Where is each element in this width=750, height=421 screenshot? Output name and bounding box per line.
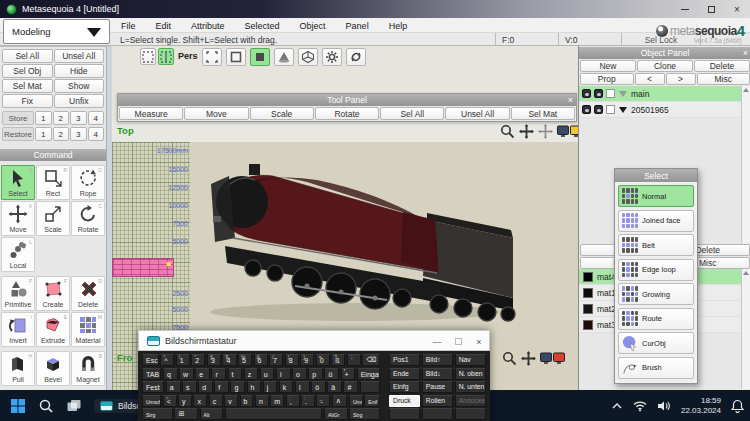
close-icon[interactable]: × xyxy=(743,47,748,59)
key-k[interactable]: k xyxy=(279,381,294,393)
key-c[interactable]: c xyxy=(209,395,223,407)
key-blank[interactable]: '# xyxy=(343,381,358,393)
render-eye-icon[interactable] xyxy=(594,105,603,114)
key-blank[interactable] xyxy=(422,408,453,420)
key-bild[interactable]: Bild↑ xyxy=(422,354,453,366)
key-p[interactable]: p xyxy=(308,368,323,380)
key-druck[interactable]: Druck xyxy=(389,395,420,407)
command-pull-button[interactable]: HPull xyxy=(1,351,35,386)
object-prop-button[interactable]: Prop xyxy=(580,73,634,85)
object-delete-button[interactable]: Delete xyxy=(694,60,750,72)
show-button[interactable]: Show xyxy=(54,79,105,93)
key-n-oben[interactable]: N. oben xyxy=(455,368,486,380)
menu-item-file[interactable]: File xyxy=(119,21,138,31)
key-blank[interactable]: *+ xyxy=(341,368,356,380)
key-blank[interactable]: ö xyxy=(311,381,326,393)
tool-panel-header[interactable]: Tool Panel × xyxy=(118,94,576,106)
maximize-button[interactable] xyxy=(698,0,724,18)
unsel-all-button[interactable]: Unsel All xyxy=(54,49,105,63)
pan-icon[interactable] xyxy=(521,351,536,366)
view-toggle-2-button[interactable] xyxy=(158,48,174,65)
sel-mat-button[interactable]: Sel Mat xyxy=(2,79,53,93)
key-f[interactable]: f xyxy=(214,381,229,393)
search-icon[interactable] xyxy=(38,398,54,414)
key-4[interactable]: $4 xyxy=(222,354,236,366)
key-i[interactable]: i xyxy=(276,368,291,380)
command-magnet-button[interactable]: BMagnet xyxy=(71,351,105,386)
key-7[interactable]: /7 xyxy=(269,354,283,366)
key-u[interactable]: u xyxy=(260,368,275,380)
rotate-view-icon[interactable] xyxy=(538,124,553,139)
key-pos1[interactable]: Pos1 xyxy=(389,354,420,366)
object-prev-button[interactable]: < xyxy=(635,73,665,85)
command-scale-button[interactable]: Scale xyxy=(36,201,70,236)
windows-start-icon[interactable] xyxy=(10,398,26,414)
face-view-button[interactable] xyxy=(250,48,270,66)
key-blank[interactable]: ü xyxy=(324,368,339,380)
view-toggle-1-button[interactable] xyxy=(140,48,156,65)
zoom-icon[interactable] xyxy=(502,351,517,366)
key-blank[interactable]: _- xyxy=(316,395,330,407)
key-8[interactable]: (8 xyxy=(285,354,299,366)
object-checkbox[interactable] xyxy=(606,89,615,98)
render-eye-icon[interactable] xyxy=(594,89,603,98)
key-blank[interactable] xyxy=(225,408,323,420)
key-einfg[interactable]: Einfg xyxy=(389,381,420,393)
restore-slot-2[interactable]: 2 xyxy=(53,127,70,141)
key-blank[interactable]: `´ xyxy=(347,354,361,366)
osk-minimize-button[interactable]: — xyxy=(431,337,443,347)
key-blank[interactable]: ?ß xyxy=(331,354,345,366)
store-slot-4[interactable]: 4 xyxy=(88,111,105,125)
expand-triangle-icon[interactable] xyxy=(619,91,627,97)
select-mode-route[interactable]: Route xyxy=(618,308,694,330)
object-new-button[interactable]: New xyxy=(580,60,636,72)
store-slot-2[interactable]: 2 xyxy=(53,111,70,125)
tool-unsel-all-button[interactable]: Unsel All xyxy=(445,107,509,120)
key-ende[interactable]: Ende xyxy=(389,368,420,380)
tool-move-button[interactable]: Move xyxy=(184,107,248,120)
key-bild[interactable]: Bild↓ xyxy=(422,368,453,380)
minimize-button[interactable] xyxy=(672,0,698,18)
dual-monitor-yellow-icon[interactable] xyxy=(557,125,578,139)
expand-triangle-icon[interactable] xyxy=(619,107,627,113)
key-5[interactable]: %5 xyxy=(238,354,252,366)
menu-item-selected[interactable]: Selected xyxy=(243,21,282,31)
key-b[interactable]: b xyxy=(240,395,254,407)
command-create-button[interactable]: FCreate xyxy=(36,276,70,311)
store-slot-1[interactable]: 1 xyxy=(35,111,52,125)
material-list-scrollbar[interactable] xyxy=(741,269,750,389)
wifi-icon[interactable] xyxy=(633,400,647,412)
restore-slot-4[interactable]: 4 xyxy=(88,127,105,141)
key-d[interactable]: d xyxy=(198,381,213,393)
select-mode-brush[interactable]: Brush xyxy=(618,357,694,379)
object-misc-button[interactable]: Misc xyxy=(697,73,750,85)
key-blank[interactable] xyxy=(389,408,420,420)
locomotive-model[interactable] xyxy=(195,150,525,330)
key-blank[interactable] xyxy=(455,408,486,420)
key-l[interactable]: l xyxy=(295,381,310,393)
key-n-unten[interactable]: N. unten xyxy=(455,381,486,393)
wire-cube-button[interactable] xyxy=(298,48,318,66)
key-altgr[interactable]: AltGr xyxy=(324,408,348,420)
key-0[interactable]: =0 xyxy=(316,354,330,366)
wireframe-view-button[interactable] xyxy=(226,48,246,66)
select-mode-normal[interactable]: Normal xyxy=(618,185,694,207)
key-e[interactable]: e xyxy=(195,368,210,380)
key-9[interactable]: )9 xyxy=(300,354,314,366)
command-rope-button[interactable]: GRope xyxy=(71,165,105,200)
key-alt[interactable]: Alt xyxy=(200,408,224,420)
key-n[interactable]: n xyxy=(255,395,269,407)
reset-view-button[interactable] xyxy=(346,48,366,66)
restore-slot-1[interactable]: 1 xyxy=(35,127,52,141)
command-local-button[interactable]: LLocal xyxy=(1,237,35,272)
object-panel-header[interactable]: Object Panel × xyxy=(579,47,750,59)
key-m[interactable]: m xyxy=(270,395,284,407)
key-rollen[interactable]: Rollen xyxy=(422,395,453,407)
tool-scale-button[interactable]: Scale xyxy=(250,107,314,120)
key-nav[interactable]: Nav xyxy=(455,354,486,366)
key-strg[interactable]: Strg xyxy=(142,408,173,420)
object-checkbox[interactable] xyxy=(606,105,615,114)
notification-bell-icon[interactable] xyxy=(731,399,744,413)
select-popup-header[interactable]: Select xyxy=(615,169,697,182)
key-fest[interactable]: Fest xyxy=(142,381,164,393)
